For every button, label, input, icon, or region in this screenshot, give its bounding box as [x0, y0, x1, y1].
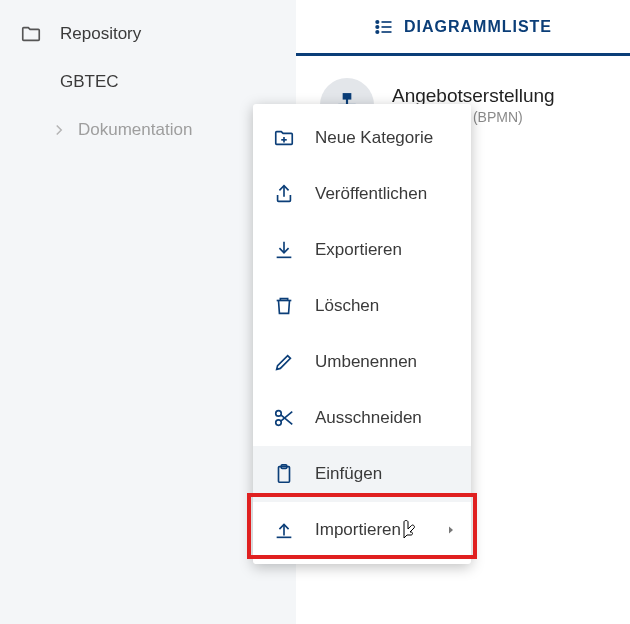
clipboard-icon	[273, 463, 295, 485]
list-icon	[374, 17, 394, 37]
sidebar-item-label: GBTEC	[60, 72, 119, 92]
ctx-item-new-category[interactable]: Neue Kategorie	[253, 110, 471, 166]
sidebar-item-label: Repository	[60, 24, 141, 44]
ctx-item-cut[interactable]: Ausschneiden	[253, 390, 471, 446]
ctx-item-export[interactable]: Exportieren	[253, 222, 471, 278]
ctx-item-label: Löschen	[315, 296, 379, 316]
svg-rect-6	[344, 94, 351, 98]
svg-point-1	[376, 25, 379, 28]
upload-icon	[273, 519, 295, 541]
ctx-item-rename[interactable]: Umbenennen	[253, 334, 471, 390]
folder-plus-icon	[273, 127, 295, 149]
ctx-item-label: Exportieren	[315, 240, 402, 260]
sidebar: Repository GBTEC Dokumentation	[0, 0, 296, 624]
sidebar-item-repository[interactable]: Repository	[0, 10, 296, 58]
scissors-icon	[273, 407, 295, 429]
sidebar-item-dokumentation[interactable]: Dokumentation	[0, 106, 296, 154]
context-menu: Neue Kategorie Veröffentlichen Exportier…	[253, 104, 471, 564]
upload-share-icon	[273, 183, 295, 205]
ctx-item-delete[interactable]: Löschen	[253, 278, 471, 334]
pencil-icon	[273, 351, 295, 373]
ctx-item-label: Veröffentlichen	[315, 184, 427, 204]
ctx-item-label: Ausschneiden	[315, 408, 422, 428]
svg-point-2	[376, 30, 379, 33]
trash-icon	[273, 295, 295, 317]
submenu-arrow-icon	[445, 524, 457, 536]
ctx-item-label: Neue Kategorie	[315, 128, 433, 148]
ctx-item-label: Umbenennen	[315, 352, 417, 372]
ctx-item-label: Importieren	[315, 520, 401, 540]
ctx-item-paste[interactable]: Einfügen	[253, 446, 471, 502]
sidebar-item-gbtec[interactable]: GBTEC	[0, 58, 296, 106]
folder-icon	[20, 23, 42, 45]
tab-diagram-list[interactable]: DIAGRAMMLISTE	[296, 0, 630, 56]
ctx-item-import[interactable]: Importieren	[253, 502, 471, 558]
tab-label: DIAGRAMMLISTE	[404, 18, 552, 36]
ctx-item-label: Einfügen	[315, 464, 382, 484]
svg-point-0	[376, 20, 379, 23]
chevron-right-icon	[50, 121, 68, 139]
sidebar-item-label: Dokumentation	[78, 120, 192, 140]
download-icon	[273, 239, 295, 261]
ctx-item-publish[interactable]: Veröffentlichen	[253, 166, 471, 222]
svg-marker-24	[449, 527, 453, 534]
